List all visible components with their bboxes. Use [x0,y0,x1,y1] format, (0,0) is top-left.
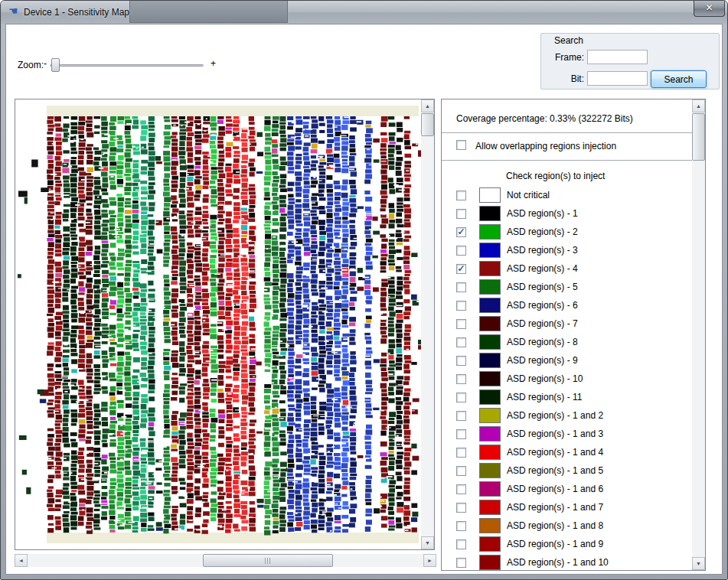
region-label: ASD region(s) - 1 and 10 [507,557,609,568]
search-group-label: Search [554,35,583,46]
region-checkbox[interactable] [456,209,466,219]
close-icon: ✕ [705,2,713,13]
overlap-checkbox[interactable] [456,140,466,150]
region-checkbox[interactable] [456,466,466,476]
region-checkbox[interactable] [456,374,466,384]
search-button[interactable]: Search [651,70,707,88]
region-checkbox[interactable] [456,503,466,513]
region-color-swatch [479,518,501,533]
zoom-label: Zoom: [18,60,44,70]
region-label: ASD region(s) - 1 and 4 [507,447,603,458]
region-row: ASD region(s) - 9 [442,351,692,370]
background-window-titlebar[interactable] [129,1,288,23]
region-checkbox[interactable] [456,301,466,311]
region-color-swatch [479,463,501,478]
region-row: ASD region(s) - 1 and 10 [442,553,692,571]
close-button[interactable]: ✕ [694,1,725,17]
region-row: ASD region(s) - 6 [442,296,692,314]
region-row: ASD region(s) - 1 and 7 [442,498,692,516]
region-checkbox[interactable] [456,484,466,494]
zoom-slider-thumb[interactable] [51,58,60,72]
zoom-slider[interactable] [50,57,204,73]
region-checkbox[interactable] [456,356,466,366]
region-checkbox[interactable] [456,319,466,329]
bit-input[interactable] [587,71,648,86]
map-horizontal-scrollbar[interactable]: ◄ ► [15,554,436,567]
map-scroll-right-button[interactable]: ► [423,554,436,567]
region-color-swatch [479,206,501,221]
region-label: ASD region(s) - 1 and 6 [507,484,603,494]
region-label: ASD region(s) - 1 and 3 [507,428,603,439]
region-color-swatch [479,445,501,460]
region-checkbox[interactable] [456,411,466,421]
region-panel: Coverage percentage: 0.33% (322272 Bits)… [441,99,706,571]
separator [442,132,692,133]
region-list: Not criticalASD region(s) - 1✓ASD region… [442,186,692,571]
region-label: ASD region(s) - 1 and 7 [507,502,603,513]
map-vertical-scrollbar[interactable]: ▲ ▼ [421,99,434,549]
region-label: ASD region(s) - 3 [507,245,578,256]
region-row: ASD region(s) - 7 [442,314,692,333]
arrow-right-icon: ► [424,555,436,566]
frame-input[interactable] [587,50,648,64]
region-checkbox[interactable] [456,393,466,402]
region-color-swatch [479,224,501,239]
panel-scroll-down-button[interactable]: ▼ [692,557,705,570]
separator [442,160,692,161]
sensitivity-map-canvas[interactable] [15,99,421,549]
region-row: ASD region(s) - 1 and 6 [442,480,692,498]
panel-scroll-up-button[interactable]: ▲ [692,99,705,112]
map-vertical-scroll-thumb[interactable] [421,113,434,136]
zoom-slider-track[interactable] [50,64,204,67]
region-label: ASD region(s) - 9 [507,355,578,366]
region-checkbox[interactable]: ✓ [456,227,466,237]
region-label: ASD region(s) - 1 and 5 [507,465,603,476]
panel-vertical-scroll-thumb[interactable] [692,113,705,161]
inject-header: Check region(s) to inject [506,171,605,181]
map-scroll-left-button[interactable]: ◄ [15,554,28,567]
region-checkbox[interactable] [456,282,466,292]
map-scroll-up-button[interactable]: ▲ [421,99,434,112]
region-row: Not critical [442,186,692,204]
arrow-down-icon: ▼ [693,558,704,569]
region-checkbox[interactable] [456,558,466,568]
region-row: ASD region(s) - 11 [442,388,692,406]
region-row: ASD region(s) - 10 [442,370,692,388]
region-checkbox[interactable] [456,539,466,549]
region-color-swatch [479,408,501,423]
region-label: ASD region(s) - 1 and 8 [507,520,603,531]
region-color-swatch [479,298,501,313]
region-label: ASD region(s) - 6 [507,300,578,311]
thumb-grip-icon [265,558,272,564]
region-checkbox[interactable] [456,191,466,200]
region-color-swatch [479,243,501,258]
region-label: ASD region(s) - 1 and 2 [507,410,603,421]
region-color-swatch [479,500,501,515]
region-row: ✓ASD region(s) - 2 [442,223,692,241]
panel-vertical-scrollbar[interactable]: ▲ ▼ [692,99,705,570]
region-row: ASD region(s) - 1 and 8 [442,516,692,535]
region-row: ASD region(s) - 1 and 9 [442,535,692,553]
titlebar[interactable]: ☚ Device 1 - Sensitivity Map ✕ [1,1,727,24]
region-color-swatch [479,316,501,331]
region-label: ASD region(s) - 1 [507,208,578,219]
region-row: ASD region(s) - 3 [442,241,692,259]
overlap-label: Allow overlapping regions injection [475,141,616,152]
region-color-swatch [479,334,501,350]
map-scroll-down-button[interactable]: ▼ [421,536,434,549]
region-label: ASD region(s) - 10 [507,373,583,384]
region-color-swatch [479,389,501,405]
region-checkbox[interactable] [456,246,466,256]
arrow-left-icon: ◄ [15,555,27,566]
region-color-swatch [479,279,501,295]
region-checkbox[interactable] [456,521,466,531]
region-checkbox[interactable]: ✓ [456,264,466,274]
region-checkbox[interactable] [456,429,466,439]
arrow-up-icon: ▲ [693,100,704,112]
region-checkbox[interactable] [456,448,466,458]
map-horizontal-scroll-thumb[interactable] [203,554,333,567]
arrow-down-icon: ▼ [422,537,433,549]
region-color-swatch [479,353,501,368]
region-checkbox[interactable] [456,337,466,347]
region-label: ASD region(s) - 7 [507,318,578,329]
